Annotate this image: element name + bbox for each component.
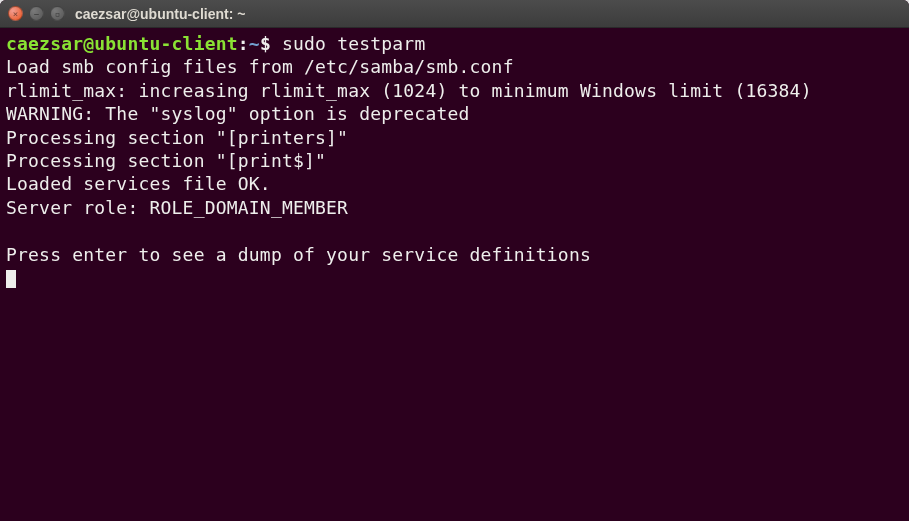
- terminal-window: × − ▫ caezsar@ubuntu-client: ~ caezsar@u…: [0, 0, 909, 521]
- terminal-body[interactable]: caezsar@ubuntu-client:~$ sudo testparm L…: [0, 28, 909, 293]
- output-line: Processing section "[printers]": [6, 127, 348, 148]
- maximize-icon[interactable]: ▫: [50, 6, 65, 21]
- prompt-separator: :: [238, 33, 249, 54]
- close-icon[interactable]: ×: [8, 6, 23, 21]
- prompt-user-host: caezsar@ubuntu-client: [6, 33, 238, 54]
- window-controls: × − ▫: [8, 6, 65, 21]
- output-line: Server role: ROLE_DOMAIN_MEMBER: [6, 197, 348, 218]
- output-line: Loaded services file OK.: [6, 173, 271, 194]
- output-line: rlimit_max: increasing rlimit_max (1024)…: [6, 80, 812, 101]
- prompt-symbol: $: [260, 33, 282, 54]
- command-text: sudo testparm: [282, 33, 425, 54]
- window-title: caezsar@ubuntu-client: ~: [75, 6, 245, 22]
- terminal-cursor: [6, 270, 16, 288]
- output-line: Press enter to see a dump of your servic…: [6, 244, 591, 265]
- prompt-path: ~: [249, 33, 260, 54]
- minimize-icon[interactable]: −: [29, 6, 44, 21]
- output-line: Processing section "[print$]": [6, 150, 326, 171]
- titlebar[interactable]: × − ▫ caezsar@ubuntu-client: ~: [0, 0, 909, 28]
- output-line: WARNING: The "syslog" option is deprecat…: [6, 103, 470, 124]
- output-line: Load smb config files from /etc/samba/sm…: [6, 56, 514, 77]
